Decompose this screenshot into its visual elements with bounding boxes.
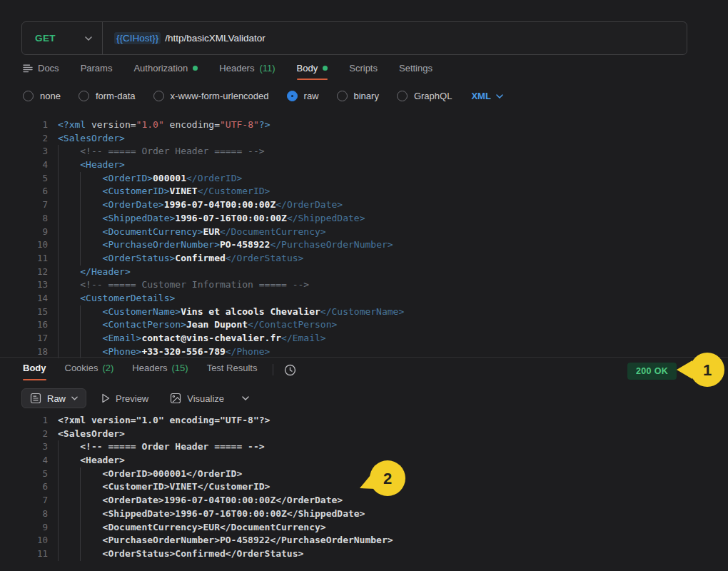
code-line: 7<OrderDate>1996-07-04T00:00:00Z</OrderD… bbox=[18, 198, 404, 212]
indent-guide bbox=[80, 318, 102, 332]
code-segment: <!-- ===== Order Header ===== --> bbox=[80, 440, 264, 454]
line-number: 2 bbox=[18, 132, 48, 146]
line-number: 9 bbox=[18, 226, 48, 239]
url-input[interactable]: {{CIHost}} /http/basicXMLValidator bbox=[103, 32, 266, 44]
code-segment: <SalesOrder> bbox=[58, 132, 125, 146]
indent-guide bbox=[58, 305, 80, 319]
annotation-callout-1: 1 bbox=[675, 350, 727, 390]
code-segment: 000001 bbox=[153, 172, 186, 186]
code-segment: 1996-07-16T00:00:00Z bbox=[175, 212, 287, 226]
tab-params[interactable]: Params bbox=[81, 63, 113, 80]
response-tab-test-results[interactable]: Test Results bbox=[207, 363, 258, 380]
tab-body[interactable]: Body bbox=[297, 63, 328, 80]
radio-circle bbox=[287, 91, 298, 101]
indent-guide bbox=[58, 454, 80, 468]
tab-scripts[interactable]: Scripts bbox=[349, 63, 378, 80]
radio-circle bbox=[23, 91, 34, 101]
status-text: 200 OK bbox=[636, 366, 668, 376]
tab-label: Docs bbox=[38, 63, 59, 74]
code-line: 11<OrderStatus>Confirmed</OrderStatus> bbox=[18, 547, 393, 561]
code-line: 4<Header> bbox=[18, 158, 404, 172]
request-url-bar: GET {{CIHost}} /http/basicXMLValidator bbox=[21, 21, 687, 55]
bodytype-form-data[interactable]: form-data bbox=[79, 91, 136, 101]
radio-circle bbox=[337, 91, 348, 101]
line-number: 10 bbox=[18, 238, 48, 252]
bodytype-graphql[interactable]: GraphQL bbox=[397, 91, 452, 101]
code-segment: </ShippedDate> bbox=[287, 212, 365, 226]
line-number: 2 bbox=[18, 428, 48, 441]
chevron-down-icon[interactable] bbox=[239, 393, 252, 403]
tab-settings[interactable]: Settings bbox=[399, 63, 433, 80]
method-label: GET bbox=[35, 33, 56, 44]
indent-guide bbox=[80, 480, 102, 494]
code-segment: "UTF-8" bbox=[220, 118, 259, 132]
request-body-editor[interactable]: 1<?xml version="1.0" encoding="UTF-8"?>2… bbox=[18, 118, 404, 358]
api-client-window: GET {{CIHost}} /http/basicXMLValidator D… bbox=[0, 0, 728, 571]
bodytype-x-www-form-urlencoded[interactable]: x-www-form-urlencoded bbox=[153, 91, 269, 101]
response-tab-headers[interactable]: Headers(15) bbox=[132, 363, 188, 380]
code-line: 5<OrderID>000001</OrderID> bbox=[18, 468, 393, 481]
request-tabs: DocsParamsAuthorizationHeaders(11)BodySc… bbox=[23, 63, 433, 80]
code-segment: </OrderID> bbox=[186, 172, 242, 186]
code-line: 15<CustomerName>Vins et alcools Chevalie… bbox=[18, 305, 404, 319]
indent-guide bbox=[80, 305, 102, 319]
preview-view-button[interactable]: Preview bbox=[95, 390, 155, 408]
radio-label: none bbox=[40, 91, 61, 101]
code-segment: Vins et alcools Chevalier bbox=[181, 305, 320, 319]
code-segment: <OrderStatus>Confirmed</OrderStatus> bbox=[103, 547, 304, 561]
line-number: 5 bbox=[18, 468, 48, 481]
radio-label: form-data bbox=[96, 91, 136, 101]
radio-label: GraphQL bbox=[414, 91, 452, 101]
tab-label: Settings bbox=[399, 63, 433, 74]
code-line: 1<?xml version="1.0" encoding="UTF-8"?> bbox=[18, 118, 404, 132]
tabs-divider bbox=[273, 364, 273, 375]
bodytype-raw[interactable]: raw bbox=[287, 91, 319, 101]
code-line: 7<OrderDate>1996-07-04T00:00:00Z</OrderD… bbox=[18, 494, 393, 507]
code-segment: <PurchaseOrderNumber> bbox=[103, 238, 220, 252]
raw-view-button[interactable]: Raw bbox=[21, 388, 86, 408]
tab-label: Headers bbox=[132, 363, 167, 373]
bodytype-binary[interactable]: binary bbox=[337, 91, 379, 101]
code-segment: <OrderID>000001</OrderID> bbox=[103, 468, 243, 481]
response-tab-body[interactable]: Body bbox=[23, 363, 46, 380]
indent-guide bbox=[58, 494, 80, 507]
code-line: 6<CustomerID>VINET</CustomerID> bbox=[18, 185, 404, 198]
code-segment: <Header> bbox=[80, 158, 125, 172]
code-segment: <CustomerID>VINET</CustomerID> bbox=[103, 480, 271, 494]
line-number: 14 bbox=[18, 292, 48, 305]
response-tab-cookies[interactable]: Cookies(2) bbox=[65, 363, 114, 380]
code-line: 4<Header> bbox=[18, 454, 393, 468]
chevron-down-icon bbox=[496, 94, 503, 98]
preview-view-label: Preview bbox=[116, 393, 148, 404]
indent-guide bbox=[58, 534, 80, 547]
language-label: XML bbox=[471, 91, 490, 101]
bodytype-none[interactable]: none bbox=[23, 91, 61, 101]
history-clock-icon[interactable] bbox=[283, 363, 297, 377]
tab-authorization[interactable]: Authorization bbox=[133, 63, 198, 80]
visualize-view-button[interactable]: Visualize bbox=[163, 389, 231, 408]
indent-guide bbox=[80, 198, 102, 212]
code-line: 16<ContactPerson>Jean Dupont</ContactPer… bbox=[18, 318, 404, 332]
body-type-options: noneform-datax-www-form-urlencodedrawbin… bbox=[23, 91, 503, 101]
method-selector[interactable]: GET bbox=[22, 33, 102, 44]
language-selector[interactable]: XML bbox=[471, 91, 502, 101]
indent-guide bbox=[58, 521, 80, 535]
image-icon bbox=[170, 393, 181, 404]
response-body-viewer[interactable]: 1<?xml version="1.0" encoding="UTF-8"?>2… bbox=[18, 414, 393, 561]
code-segment: contact@vins-chevalier.fr bbox=[141, 332, 281, 345]
indent-guide bbox=[80, 172, 102, 186]
indent-guide bbox=[58, 226, 80, 239]
modified-dot bbox=[193, 66, 198, 71]
code-segment: <?xml version="1.0" encoding="UTF-8"?> bbox=[58, 414, 270, 428]
tab-headers[interactable]: Headers(11) bbox=[219, 63, 275, 80]
code-segment: <CustomerDetails> bbox=[80, 292, 175, 305]
tab-docs[interactable]: Docs bbox=[23, 63, 59, 80]
status-badge: 200 OK bbox=[627, 363, 677, 380]
url-variable: {{CIHost}} bbox=[114, 32, 161, 44]
code-segment: <DocumentCurrency>EUR</DocumentCurrency> bbox=[103, 521, 326, 535]
code-segment: </PurchaseOrderNumber> bbox=[270, 238, 393, 252]
code-segment: </OrderStatus> bbox=[226, 252, 304, 266]
visualize-view-label: Visualize bbox=[187, 393, 224, 404]
radio-label: binary bbox=[354, 91, 379, 101]
code-line: 2<SalesOrder> bbox=[18, 132, 404, 146]
